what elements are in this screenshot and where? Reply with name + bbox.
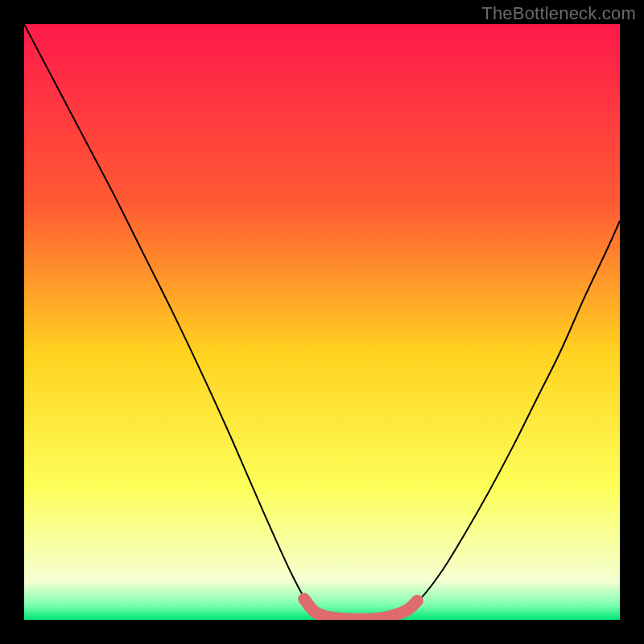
chart-svg — [24, 24, 620, 620]
chart-plot-area — [24, 24, 620, 620]
watermark-text: TheBottleneck.com — [481, 3, 636, 24]
chart-frame: TheBottleneck.com — [0, 0, 644, 644]
gradient-background — [24, 24, 620, 620]
